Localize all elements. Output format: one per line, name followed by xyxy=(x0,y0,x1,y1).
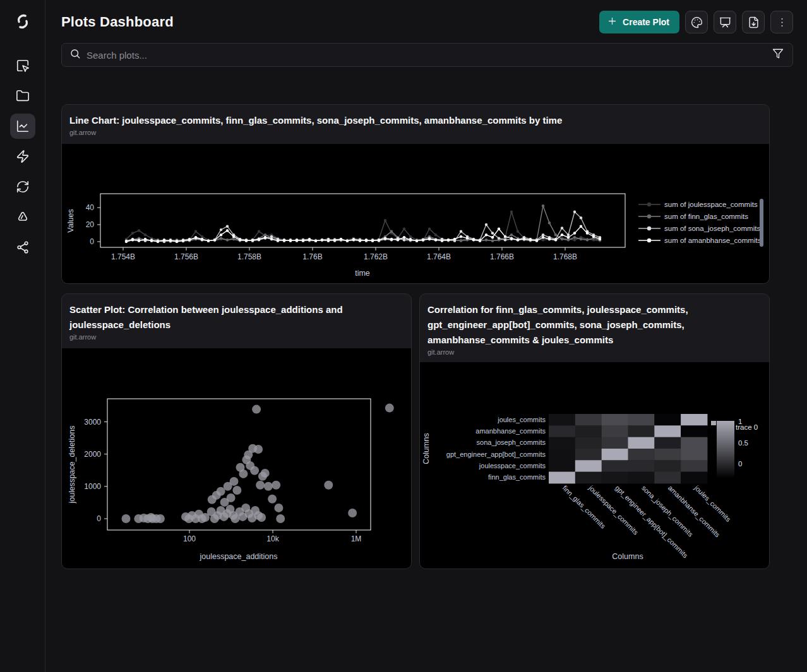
svg-text:1000: 1000 xyxy=(84,482,101,491)
search-bar xyxy=(61,43,793,67)
svg-text:sum of joulesspace_commits: sum of joulesspace_commits xyxy=(664,201,758,208)
present-button[interactable] xyxy=(714,11,736,33)
svg-text:0: 0 xyxy=(90,237,94,246)
svg-text:sum of sona_joseph_commits: sum of sona_joseph_commits xyxy=(664,225,760,232)
svg-text:1.756B: 1.756B xyxy=(174,252,198,261)
svg-text:1.758B: 1.758B xyxy=(237,252,261,261)
app-logo[interactable] xyxy=(10,9,35,34)
header-actions: Create Plot xyxy=(599,11,793,33)
svg-text:Columns: Columns xyxy=(422,433,431,464)
card-title: Scatter Plot: Correlation between joules… xyxy=(69,302,404,333)
kebab-menu-icon xyxy=(776,16,788,28)
svg-text:1.754B: 1.754B xyxy=(111,252,135,261)
main-content: Plots Dashboard Create Plot Line Chart: … xyxy=(45,0,807,672)
search-icon xyxy=(69,48,81,62)
svg-text:sona_joseph_commits: sona_joseph_commits xyxy=(477,439,546,446)
card-title: Line Chart: joulesspace_commits, finn_gl… xyxy=(69,113,762,128)
svg-text:Values: Values xyxy=(66,209,75,232)
scatter-chart-canvas[interactable]: 10010k1M0100020003000joulesspace_additio… xyxy=(62,348,411,569)
sidebar-item-select[interactable] xyxy=(10,53,35,78)
scatter-points xyxy=(122,404,394,523)
sidebar-nav xyxy=(10,53,35,260)
svg-text:joulesspace_commits: joulesspace_commits xyxy=(587,483,640,536)
plot-card-scatter[interactable]: Scatter Plot: Correlation between joules… xyxy=(61,293,412,569)
svg-text:1.76B: 1.76B xyxy=(302,252,322,261)
svg-text:finn_glas_commits: finn_glas_commits xyxy=(488,473,546,481)
svg-text:0: 0 xyxy=(738,460,742,468)
refresh-icon xyxy=(16,180,30,194)
svg-text:time: time xyxy=(355,269,370,278)
svg-text:2000: 2000 xyxy=(84,450,101,459)
lambda-icon xyxy=(16,210,30,224)
svg-text:sum of finn_glas_commits: sum of finn_glas_commits xyxy=(664,213,748,220)
svg-text:trace 0: trace 0 xyxy=(736,423,758,431)
sidebar-item-share[interactable] xyxy=(10,235,35,260)
svg-text:10k: 10k xyxy=(266,534,279,543)
header: Plots Dashboard Create Plot xyxy=(61,11,793,33)
svg-text:Columns: Columns xyxy=(612,552,643,561)
plot-card-heatmap[interactable]: Correlation for finn_glas_commits, joule… xyxy=(419,293,770,569)
more-button[interactable] xyxy=(770,11,793,33)
svg-text:amanbhanse_commits: amanbhanse_commits xyxy=(475,427,546,435)
square-pointer-icon xyxy=(16,59,30,73)
svg-text:amanbhanse_commits: amanbhanse_commits xyxy=(667,484,722,539)
svg-text:1.764B: 1.764B xyxy=(427,252,451,261)
plus-icon xyxy=(607,16,618,27)
svg-text:1.766B: 1.766B xyxy=(490,252,514,261)
theme-button[interactable] xyxy=(685,11,708,33)
svg-text:0.5: 0.5 xyxy=(738,439,748,447)
card-header: Line Chart: joulesspace_commits, finn_gl… xyxy=(62,105,769,144)
line-chart-svg: 1.754B1.756B1.758B1.76B1.762B1.764B1.766… xyxy=(62,144,769,283)
line-chart-canvas[interactable]: 1.754B1.756B1.758B1.76B1.762B1.764B1.766… xyxy=(62,144,769,283)
svg-text:joulesspace_additions: joulesspace_additions xyxy=(199,552,277,561)
heatmap-chart-svg: joules_commitsamanbhanse_commitssona_jos… xyxy=(420,362,769,569)
svg-text:20: 20 xyxy=(86,220,95,229)
card-header: Scatter Plot: Correlation between joules… xyxy=(62,294,411,348)
search-input[interactable] xyxy=(87,50,767,61)
card-header: Correlation for finn_glas_commits, joule… xyxy=(420,294,769,362)
heatmap-cells xyxy=(549,414,707,483)
filter-icon[interactable] xyxy=(772,48,784,62)
create-plot-button[interactable]: Create Plot xyxy=(599,11,679,33)
svg-text:gpt_engineer_app[bot]_commits: gpt_engineer_app[bot]_commits xyxy=(446,451,546,458)
sidebar-item-sync[interactable] xyxy=(10,174,35,199)
search-icon xyxy=(69,48,81,59)
plots-grid: Line Chart: joulesspace_commits, finn_gl… xyxy=(61,104,770,569)
svg-text:joulesspace_commits: joulesspace_commits xyxy=(479,462,546,469)
svg-text:joulesspace_deletions: joulesspace_deletions xyxy=(68,425,76,504)
svg-text:sum of amanbhanse_commits: sum of amanbhanse_commits xyxy=(664,237,762,244)
svg-text:sona_joseph_commits: sona_joseph_commits xyxy=(640,484,695,538)
svg-text:joules_commits: joules_commits xyxy=(497,416,546,423)
trace-swatch xyxy=(711,421,716,425)
sidebar-item-files[interactable] xyxy=(10,83,35,109)
svg-text:1.768B: 1.768B xyxy=(553,252,577,261)
svg-text:0: 0 xyxy=(97,514,101,523)
sidebar-item-actions[interactable] xyxy=(10,144,35,169)
export-button[interactable] xyxy=(742,11,765,33)
card-subtitle: git.arrow xyxy=(427,348,762,356)
chart-line-icon xyxy=(16,119,30,133)
share-icon xyxy=(16,240,30,254)
page-title: Plots Dashboard xyxy=(61,14,174,30)
legend-scrollbar[interactable] xyxy=(760,199,763,247)
swirl-logo xyxy=(13,12,32,31)
plot-card-line[interactable]: Line Chart: joulesspace_commits, finn_gl… xyxy=(61,104,770,284)
plus-icon xyxy=(607,16,618,28)
filter-icon xyxy=(772,48,784,59)
card-subtitle: git.arrow xyxy=(69,129,762,136)
card-subtitle: git.arrow xyxy=(69,333,404,341)
heatmap-chart-canvas[interactable]: joules_commitsamanbhanse_commitssona_jos… xyxy=(420,362,769,569)
svg-text:100: 100 xyxy=(183,534,196,543)
file-download-icon xyxy=(748,16,760,28)
presentation-icon xyxy=(719,16,731,28)
folder-icon xyxy=(16,89,30,103)
palette-icon xyxy=(691,16,703,28)
svg-text:40: 40 xyxy=(86,203,95,212)
sidebar-item-plots[interactable] xyxy=(10,114,35,139)
sidebar-item-functions[interactable] xyxy=(10,204,35,230)
svg-text:1.762B: 1.762B xyxy=(364,252,388,261)
sidebar xyxy=(0,0,45,672)
zap-icon xyxy=(16,150,30,163)
colorbar xyxy=(717,421,734,477)
svg-text:1M: 1M xyxy=(351,534,362,543)
